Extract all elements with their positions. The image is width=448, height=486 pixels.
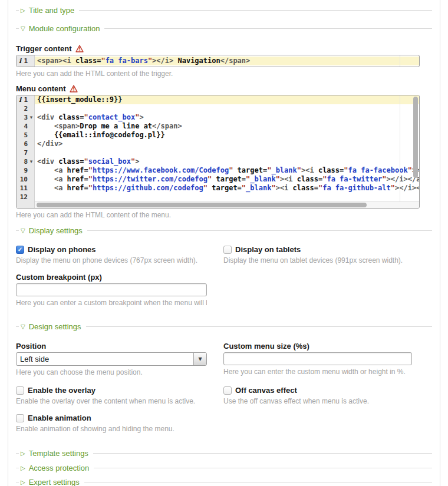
legend-dash	[16, 10, 19, 11]
enable-animation-field: Enable animation Enable animation of sho…	[16, 414, 432, 433]
select-dropdown-button[interactable]: ▼	[193, 353, 206, 365]
custom-breakpoint-input[interactable]	[16, 283, 207, 296]
gutter-cell: 9	[17, 166, 35, 175]
field-help: Here you can enter a custom breakpoint w…	[16, 299, 207, 307]
code-text: <a href="https://twitter.com/codefog" ta…	[35, 175, 419, 184]
line-number: 5	[17, 131, 28, 140]
fieldset-label: Title and type	[29, 6, 75, 15]
code-line[interactable]: 6</div>	[17, 140, 419, 148]
off-canvas-checkbox[interactable]	[223, 386, 232, 395]
code-line[interactable]: i1{{insert_module::9}}	[17, 95, 419, 104]
menu-content-editor[interactable]: i1{{insert_module::9}}23▾<div class="con…	[16, 95, 420, 209]
fold-icon[interactable]: ▾	[28, 113, 35, 122]
checkbox-label[interactable]: Display on phones	[28, 245, 96, 254]
fieldset-label: Expert settings	[29, 478, 80, 486]
checkbox-label[interactable]: Display on tablets	[235, 245, 301, 254]
display-on-phones-checkbox[interactable]	[16, 246, 24, 254]
code-line[interactable]: 10 <a href="https://twitter.com/codefog"…	[17, 175, 419, 184]
code-line[interactable]: 4 <span>Drop me a line at</span>	[17, 122, 419, 131]
code-text	[35, 148, 419, 157]
legend-dash	[16, 28, 19, 29]
warning-icon: !	[75, 45, 84, 52]
position-select-value: Left side	[17, 353, 193, 365]
code-line[interactable]: 3▾<div class="contact_box">	[17, 113, 419, 122]
fieldset-label: Design settings	[29, 322, 81, 331]
vertical-scrollbar-thumb[interactable]	[413, 97, 418, 178]
line-number: 2	[17, 104, 28, 113]
gutter-cell: 3▾	[17, 113, 35, 122]
field-help: Enable animation of showing and hiding t…	[16, 425, 432, 433]
fieldset-toggle-template-settings[interactable]: Template settings	[16, 448, 432, 458]
line-number: 7	[17, 148, 28, 157]
gutter-cell: 8▾	[17, 157, 35, 166]
code-line[interactable]: 9 <a href="https://www.facebook.com/Code…	[17, 166, 419, 175]
fieldset-toggle-access-protection[interactable]: Access protection	[16, 463, 432, 473]
code-text: <a href="https://github.com/codefog" tar…	[35, 184, 419, 193]
legend-rule	[87, 230, 432, 231]
position-field: Position Left side ▼ Here you can choose…	[16, 342, 207, 376]
line-number: 9	[17, 166, 28, 175]
line-number: 10	[17, 175, 28, 184]
field-label-text: Trigger content	[16, 44, 72, 53]
checkbox-label[interactable]: Off canvas effect	[235, 386, 297, 395]
trigger-editor-lines: i1<span><i class="fa fa-bars"></i> Navig…	[17, 57, 419, 65]
code-text: <span><i class="fa fa-bars"></i> Navigat…	[35, 57, 419, 65]
chevron-down-icon	[21, 26, 25, 32]
enable-animation-checkbox[interactable]	[16, 414, 24, 422]
line-number: 6	[17, 140, 28, 148]
code-line[interactable]: 8▾<div class="social_box">	[17, 157, 419, 166]
custom-menu-size-label: Custom menu size (%s)	[223, 342, 412, 351]
horizontal-scrollbar-thumb[interactable]	[37, 203, 367, 207]
chevron-right-icon	[21, 480, 25, 485]
display-on-phones-field: Display on phones Display the menu on ph…	[16, 245, 207, 265]
checkbox-label[interactable]: Enable animation	[28, 414, 91, 422]
fold-icon[interactable]: ▾	[28, 157, 35, 166]
gutter-cell: i1	[17, 95, 35, 104]
chevron-right-icon	[21, 451, 25, 457]
display-on-tablets-label-row: Display on tablets	[223, 245, 412, 254]
fieldset-toggle-display-settings[interactable]: Display settings	[16, 226, 432, 236]
display-on-phones-label-row: Display on phones	[16, 245, 207, 254]
trigger-content-label: Trigger content !	[16, 44, 432, 53]
horizontal-scrollbar[interactable]	[35, 201, 419, 208]
code-line[interactable]: 12	[17, 193, 419, 201]
code-text: <div class="contact_box">	[35, 113, 419, 122]
field-help: Display the menu on tablet devices (991p…	[223, 256, 412, 265]
code-text: </div>	[35, 140, 419, 148]
enable-overlay-checkbox[interactable]	[16, 386, 24, 395]
gutter-cell: 11	[17, 184, 35, 193]
fieldset-toggle-title-and-type[interactable]: Title and type	[16, 5, 432, 15]
line-number: 4	[17, 122, 28, 131]
chevron-down-icon	[21, 228, 25, 234]
trigger-content-editor[interactable]: i1<span><i class="fa fa-bars"></i> Navig…	[16, 55, 420, 67]
custom-menu-size-input[interactable]	[223, 352, 412, 365]
gutter-cell: 4	[17, 122, 35, 131]
code-line[interactable]: i1<span><i class="fa fa-bars"></i> Navig…	[17, 57, 419, 65]
checkbox-label[interactable]: Enable the overlay	[28, 386, 95, 395]
position-label: Position	[16, 342, 207, 351]
legend-rule	[84, 482, 432, 482]
off-canvas-label-row: Off canvas effect	[223, 386, 412, 395]
fieldset-toggle-module-configuration[interactable]: Module configuration	[16, 24, 432, 34]
legend-rule	[86, 326, 432, 327]
code-line[interactable]: 5 {{email::info@codefog.pl}}	[17, 131, 419, 140]
field-label-text: Menu content	[16, 84, 66, 93]
position-select[interactable]: Left side ▼	[16, 352, 207, 366]
fieldset-label: Display settings	[29, 226, 83, 235]
gutter-cell: 12	[17, 193, 35, 201]
legend-rule	[79, 10, 432, 11]
chevron-right-icon	[21, 465, 25, 471]
line-number: 12	[17, 193, 28, 201]
legend-dash	[16, 482, 19, 482]
code-line[interactable]: 7	[17, 148, 419, 157]
fieldset-toggle-expert-settings[interactable]: Expert settings	[16, 477, 432, 486]
fieldset-toggle-design-settings[interactable]: Design settings	[16, 322, 432, 332]
field-help: Display the menu on phone devices (767px…	[16, 256, 207, 265]
code-line[interactable]: 2	[17, 104, 419, 113]
field-help: Enable the overlay over the content when…	[16, 397, 207, 405]
line-number: 3	[17, 113, 28, 122]
trigger-content-help: Here you can add the HTML content of the…	[16, 70, 432, 78]
legend-rule	[93, 453, 432, 454]
code-line[interactable]: 11 <a href="https://github.com/codefog" …	[17, 184, 419, 193]
display-on-tablets-checkbox[interactable]	[223, 246, 232, 254]
